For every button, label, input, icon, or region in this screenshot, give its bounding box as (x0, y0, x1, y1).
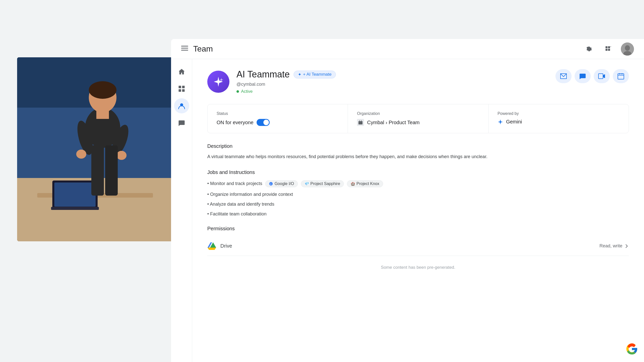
svg-rect-37 (358, 121, 363, 124)
svg-rect-19 (181, 50, 188, 51)
sidebar-item-chat[interactable] (174, 115, 189, 130)
main-content: AI Teammate ✦ + AI Teammate @cymbal.com … (192, 59, 644, 362)
powered-by-name: Gemini (506, 119, 522, 125)
sidebar-item-home[interactable] (174, 64, 189, 79)
calendar-button[interactable] (613, 69, 629, 83)
org-label: Organization (357, 111, 479, 116)
profile-header: AI Teammate ✦ + AI Teammate @cymbal.com … (207, 69, 629, 94)
job-row-1: • Monitor and track projects G Google I/… (207, 180, 629, 187)
active-status: Active (236, 89, 336, 94)
svg-marker-42 (208, 248, 216, 250)
tag-google-io[interactable]: G Google I/O (265, 180, 298, 187)
profile-info: AI Teammate ✦ + AI Teammate @cymbal.com … (207, 69, 336, 94)
powered-by-value: Gemini (498, 119, 620, 125)
permission-row-drive: Drive Read, write (207, 237, 629, 256)
active-dot (236, 90, 239, 93)
profile-name: AI Teammate (236, 69, 290, 80)
tag-project-knox[interactable]: 🏰 Project Knox (347, 180, 383, 187)
profile-email: @cymbal.com (236, 82, 336, 87)
chevron-right-icon (624, 244, 629, 248)
permission-left: Drive (207, 242, 232, 251)
job-text-4: • Facilitate team collaboration (207, 211, 266, 217)
ai-teammate-avatar (207, 71, 229, 93)
svg-rect-24 (608, 49, 610, 51)
org-path: Cymbal › Product Team (367, 120, 420, 125)
powered-by-label: Powered by (498, 111, 620, 116)
powered-by-card: Powered by Gemini (489, 104, 629, 133)
svg-text:G: G (270, 183, 271, 185)
svg-rect-34 (618, 74, 624, 79)
sidebar-item-people[interactable] (174, 98, 189, 113)
top-bar: Team (171, 39, 644, 59)
active-label: Active (241, 89, 253, 94)
drive-label: Drive (220, 243, 232, 249)
profile-details: AI Teammate ✦ + AI Teammate @cymbal.com … (236, 69, 336, 94)
svg-rect-30 (179, 89, 181, 92)
presenter-silhouette (17, 57, 175, 241)
sidebar (171, 59, 192, 362)
svg-rect-33 (598, 74, 603, 79)
status-value: ON for everyone (217, 119, 339, 126)
drive-access-label: Read, write (599, 243, 622, 249)
google-icon: G (269, 182, 273, 186)
action-buttons (555, 69, 629, 83)
job-row-2: • Organize information and provide conte… (207, 192, 629, 197)
job-row-3: • Analyze data and identify trends (207, 202, 629, 207)
settings-button[interactable] (583, 42, 596, 56)
app-title: Team (193, 44, 213, 54)
user-avatar[interactable] (621, 42, 634, 56)
svg-rect-29 (182, 86, 185, 88)
video-area (17, 57, 175, 241)
drive-icon (207, 242, 216, 251)
profile-name-row: AI Teammate ✦ + AI Teammate (236, 69, 336, 80)
svg-point-13 (76, 150, 86, 159)
svg-rect-35 (619, 73, 620, 74)
job-text-2: • Organize information and provide conte… (207, 192, 293, 197)
org-card: Organization Cymbal › Product Team (348, 104, 488, 133)
svg-rect-21 (608, 46, 610, 48)
gemini-icon (498, 119, 503, 125)
job-text-3: • Analyze data and identify trends (207, 202, 274, 207)
email-button[interactable] (555, 69, 572, 83)
sparkle-svg (212, 75, 225, 88)
svg-rect-18 (181, 48, 188, 49)
ai-badge: ✦ + AI Teammate (294, 71, 336, 78)
menu-icon[interactable] (181, 44, 188, 53)
description-text: A virtual teammate who helps monitors re… (207, 153, 629, 160)
svg-rect-15 (91, 145, 104, 196)
ai-badge-label: + AI Teammate (303, 72, 332, 77)
svg-point-14 (116, 151, 127, 160)
tag-project-sapphire[interactable]: 💎 Project Sapphire (301, 180, 344, 187)
svg-rect-23 (606, 49, 608, 51)
video-background (17, 57, 175, 241)
org-value: Cymbal › Product Team (357, 119, 479, 126)
svg-rect-20 (606, 46, 608, 48)
svg-rect-36 (622, 73, 622, 74)
ai-badge-plus: ✦ (298, 72, 301, 77)
permission-right[interactable]: Read, write (599, 243, 629, 249)
permissions-section: Permissions Drive Read, write (207, 226, 629, 256)
svg-rect-16 (105, 145, 118, 196)
job-text-1: • Monitor and track projects (207, 181, 262, 186)
svg-rect-10 (96, 109, 109, 119)
description-title: Description (207, 143, 629, 149)
svg-rect-5 (51, 207, 99, 210)
app-panel: Team (171, 39, 644, 362)
status-label: Status (217, 111, 339, 116)
video-button[interactable] (594, 69, 610, 83)
status-text: ON for everyone (217, 120, 254, 125)
org-icon (357, 119, 364, 126)
knox-icon: 🏰 (351, 182, 355, 186)
toggle-knob (263, 120, 269, 125)
top-bar-right (583, 42, 634, 56)
status-toggle[interactable] (257, 119, 270, 126)
svg-rect-31 (182, 89, 185, 92)
jobs-title: Jobs and Instructions (207, 169, 629, 175)
svg-point-26 (625, 45, 630, 51)
sidebar-item-grid[interactable] (174, 81, 189, 96)
svg-rect-28 (179, 86, 181, 88)
apps-button[interactable] (602, 42, 615, 56)
description-section: Description A virtual teammate who helps… (207, 143, 629, 160)
svg-rect-22 (611, 46, 611, 47)
message-button[interactable] (575, 69, 591, 83)
